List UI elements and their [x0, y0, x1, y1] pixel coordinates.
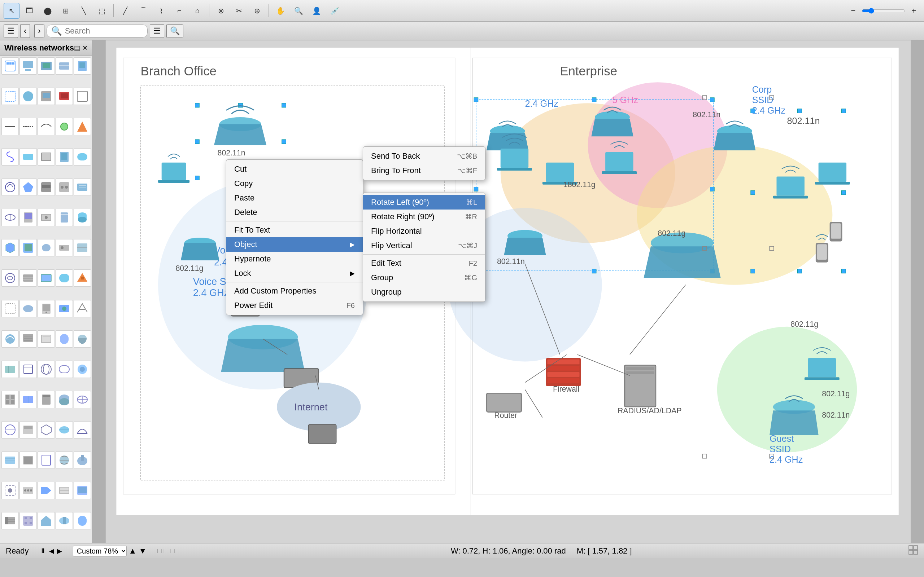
menu-add-custom[interactable]: Add Custom Properties: [226, 284, 363, 298]
icon-cell[interactable]: [56, 118, 73, 135]
menu-flip-horizontal[interactable]: Flip Horizontal: [363, 224, 485, 239]
menu-edit-text[interactable]: Edit Text F2: [363, 256, 485, 271]
forward-button[interactable]: ›: [34, 24, 44, 38]
connector-tool[interactable]: ⌐: [171, 3, 187, 19]
icon-cell[interactable]: [37, 512, 55, 529]
icon-cell[interactable]: [2, 209, 19, 226]
icon-cell[interactable]: [37, 482, 55, 499]
lasso-tool[interactable]: ⊗: [213, 3, 229, 19]
icon-cell[interactable]: [19, 330, 37, 348]
icon-cell[interactable]: [37, 209, 55, 226]
zoom-tool[interactable]: 🔍: [291, 3, 307, 19]
menu-hypernote[interactable]: Hypernote: [226, 252, 363, 266]
icon-cell[interactable]: [74, 269, 91, 287]
menu-lock[interactable]: Lock ▶: [226, 266, 363, 280]
icon-cell[interactable]: [37, 391, 55, 408]
icon-cell[interactable]: [2, 118, 19, 135]
icon-cell[interactable]: [74, 512, 91, 529]
menu-button[interactable]: ☰: [3, 24, 18, 38]
icon-cell[interactable]: [37, 300, 55, 318]
icon-cell[interactable]: [2, 179, 19, 196]
zoom-region-tool[interactable]: ⬚: [94, 3, 110, 19]
icon-cell[interactable]: [19, 209, 37, 226]
icon-cell[interactable]: [37, 148, 55, 166]
menu-object[interactable]: Object ▶: [226, 237, 363, 252]
icon-cell[interactable]: [19, 269, 37, 287]
icon-cell[interactable]: [37, 269, 55, 287]
icon-cell[interactable]: [37, 421, 55, 438]
icon-cell[interactable]: [2, 451, 19, 469]
icon-cell[interactable]: [74, 179, 91, 196]
pause-button[interactable]: ⏸: [40, 547, 46, 554]
menu-rotate-left[interactable]: Rotate Left (90º) ⌘L: [363, 195, 485, 210]
icon-cell[interactable]: [74, 451, 91, 469]
search-input[interactable]: [65, 26, 143, 36]
icon-cell[interactable]: [74, 118, 91, 135]
icon-cell[interactable]: [19, 118, 37, 135]
icon-cell[interactable]: [19, 148, 37, 166]
icon-cell[interactable]: [37, 239, 55, 256]
icon-cell[interactable]: [74, 391, 91, 408]
icon-cell[interactable]: [74, 482, 91, 499]
menu-copy[interactable]: Copy: [226, 176, 363, 191]
menu-flip-vertical[interactable]: Flip Vertical ⌥⌘J: [363, 239, 485, 253]
icon-cell[interactable]: [56, 148, 73, 166]
icon-cell[interactable]: [19, 361, 37, 378]
icon-cell[interactable]: [19, 88, 37, 105]
grid-toggle[interactable]: [908, 545, 918, 557]
menu-ungroup[interactable]: Ungroup: [363, 285, 485, 299]
table-tool[interactable]: ⊞: [58, 3, 74, 19]
icon-cell[interactable]: [74, 361, 91, 378]
icon-cell[interactable]: [56, 209, 73, 226]
zoom-slider[interactable]: [862, 8, 905, 14]
panel-grid-icon[interactable]: ▤: [74, 44, 80, 52]
icon-cell[interactable]: [19, 391, 37, 408]
select-tool[interactable]: ↖: [3, 3, 19, 19]
panel-close-icon[interactable]: ✕: [82, 44, 88, 52]
icon-cell[interactable]: [37, 57, 55, 75]
orthogonal-tool[interactable]: ⌇: [153, 3, 169, 19]
icon-cell[interactable]: [74, 148, 91, 166]
icon-cell[interactable]: [56, 421, 73, 438]
menu-rotate-right[interactable]: Rotate Right (90º) ⌘R: [363, 210, 485, 224]
icon-cell[interactable]: [56, 451, 73, 469]
icon-cell[interactable]: [2, 482, 19, 499]
icon-cell[interactable]: [56, 239, 73, 256]
menu-cut[interactable]: Cut: [226, 162, 363, 176]
icon-cell[interactable]: [56, 482, 73, 499]
zoom-out-button[interactable]: −: [847, 4, 860, 17]
menu-delete[interactable]: Delete: [226, 205, 363, 220]
icon-cell[interactable]: [74, 300, 91, 318]
menu-paste[interactable]: Paste: [226, 191, 363, 205]
icon-cell[interactable]: [19, 451, 37, 469]
browse-tool[interactable]: 🗔: [22, 3, 37, 19]
icon-cell[interactable]: [56, 391, 73, 408]
icon-cell[interactable]: [74, 88, 91, 105]
icon-cell[interactable]: [2, 512, 19, 529]
icon-cell[interactable]: [19, 512, 37, 529]
icon-cell[interactable]: [74, 421, 91, 438]
icon-cell[interactable]: [2, 391, 19, 408]
icon-cell[interactable]: [2, 300, 19, 318]
zoom-up-icon[interactable]: ▲: [129, 546, 137, 556]
zoom-select[interactable]: Custom 78% 50% 75% 100% 150% 200%: [73, 546, 127, 556]
action-tool[interactable]: ⬤: [40, 3, 56, 19]
icon-cell[interactable]: [56, 179, 73, 196]
icon-cell[interactable]: [74, 239, 91, 256]
icon-cell[interactable]: [19, 239, 37, 256]
icon-cell[interactable]: [56, 300, 73, 318]
dropper-tool[interactable]: 💉: [327, 3, 342, 19]
prev-button[interactable]: ◀: [49, 547, 54, 555]
icon-cell[interactable]: [19, 57, 37, 75]
icon-cell[interactable]: [74, 330, 91, 348]
icon-cell[interactable]: [19, 421, 37, 438]
icon-cell[interactable]: [74, 209, 91, 226]
bezier-tool[interactable]: ⌒: [135, 3, 151, 19]
points-tool[interactable]: ⊕: [249, 3, 265, 19]
icon-cell[interactable]: [37, 361, 55, 378]
next-button[interactable]: ▶: [57, 547, 62, 555]
icon-cell[interactable]: [19, 482, 37, 499]
menu-group[interactable]: Group ⌘G: [363, 271, 485, 285]
icon-cell[interactable]: [19, 300, 37, 318]
icon-cell[interactable]: [2, 269, 19, 287]
